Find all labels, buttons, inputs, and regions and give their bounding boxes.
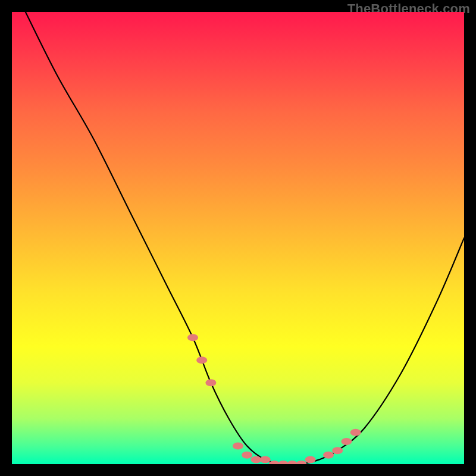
highlight-dot xyxy=(187,334,198,341)
curve-svg xyxy=(12,12,464,464)
highlight-dot xyxy=(205,379,216,386)
highlight-dot xyxy=(341,438,352,445)
highlight-dot xyxy=(233,443,243,450)
highlight-dot xyxy=(287,461,298,464)
highlight-dot xyxy=(278,461,289,464)
chart-frame: TheBottleneck.com xyxy=(0,0,476,476)
highlight-dot xyxy=(296,461,306,464)
plot-area xyxy=(12,12,464,464)
highlight-dot xyxy=(260,456,271,463)
highlight-dot xyxy=(332,447,343,454)
highlight-dot-group xyxy=(187,334,361,464)
highlight-dot xyxy=(196,356,207,364)
highlight-dot xyxy=(350,429,361,436)
highlight-dot xyxy=(242,452,252,459)
highlight-dot xyxy=(305,456,316,463)
bottleneck-curve xyxy=(26,12,464,464)
highlight-dot xyxy=(323,452,334,459)
